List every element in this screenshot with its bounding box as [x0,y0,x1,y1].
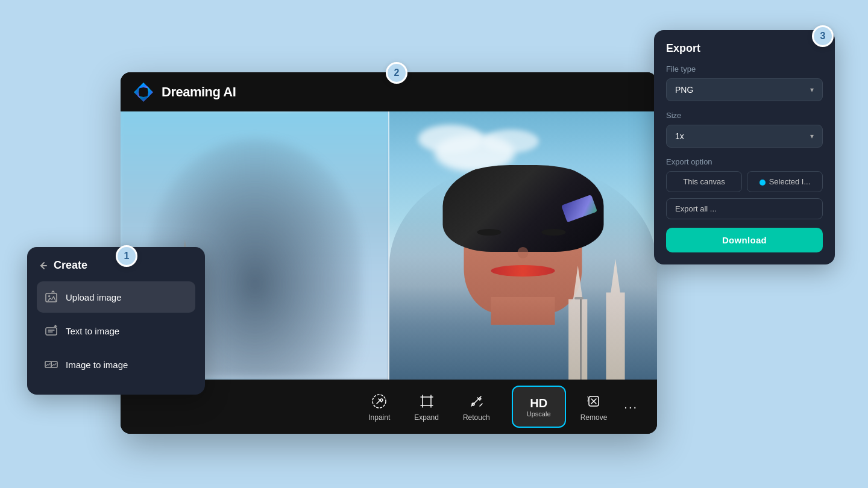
file-type-label: File type [666,64,823,74]
radio-dot-icon [760,180,766,186]
svg-point-11 [48,295,50,297]
step-badge-2: 2 [386,62,407,84]
retouch-tool[interactable]: Retouch [453,387,500,427]
hd-upscale-button[interactable]: HD Upscale [512,386,566,428]
export-title: Export [666,42,823,55]
image-to-image-item[interactable]: Image to image [37,349,195,380]
retouch-icon [467,392,486,411]
app-title: Dreaming AI [162,84,236,100]
upload-image-label: Upload image [66,292,122,302]
expand-tool[interactable]: Expand [404,387,448,427]
text-to-image-label: Text to image [66,326,119,336]
this-canvas-button[interactable]: This canvas [666,171,742,192]
retouch-label: Retouch [463,413,490,422]
back-button[interactable] [37,260,49,272]
create-header: Create [37,259,195,272]
svg-marker-2 [134,86,140,98]
canvas-divider [388,111,389,380]
remove-icon [584,392,603,411]
inpaint-label: Inpaint [368,413,390,422]
file-type-value: PNG [675,85,693,95]
size-value: 1x [675,131,684,141]
expand-icon [417,392,436,411]
more-dots: ··· [624,400,638,413]
step-badge-1: 1 [116,245,137,267]
svg-point-5 [380,399,383,401]
inpaint-icon [370,392,389,411]
create-panel: Create Upload image Text to image [27,247,205,395]
create-title: Create [54,259,87,272]
app-logo [133,81,154,103]
upload-image-icon [44,290,58,304]
export-panel: Export File type PNG ▾ Size 1x ▾ Export … [654,30,835,264]
upload-image-item[interactable]: Upload image [37,281,195,313]
hd-label: HD [530,396,547,410]
export-all-button[interactable]: Export all ... [666,198,823,219]
remove-label: Remove [580,413,608,422]
remove-tool[interactable]: Remove [571,387,617,427]
text-to-image-icon [44,324,58,338]
more-options-button[interactable]: ··· [617,395,645,419]
expand-label: Expand [414,413,439,422]
export-option-label: Export option [666,157,823,166]
svg-rect-6 [423,397,431,405]
step-badge-3: 3 [812,25,834,47]
image-to-image-label: Image to image [66,360,128,370]
download-button[interactable]: Download [666,228,823,252]
image-to-image-icon [44,357,58,372]
selected-button[interactable]: Selected I... [747,171,823,192]
chevron-down-icon: ▾ [810,86,814,94]
file-type-select[interactable]: PNG ▾ [666,78,823,101]
size-select[interactable]: 1x ▾ [666,125,823,148]
svg-marker-3 [147,86,153,98]
export-options: This canvas Selected I... [666,171,823,192]
size-chevron-icon: ▾ [810,132,814,140]
text-to-image-item[interactable]: Text to image [37,315,195,346]
image-right-panel [389,111,657,380]
svg-rect-12 [46,328,57,335]
size-label: Size [666,111,823,120]
upscale-label: Upscale [527,410,551,418]
inpaint-tool[interactable]: Inpaint [359,387,400,427]
toolbar-tools: Inpaint Expand [359,387,499,427]
